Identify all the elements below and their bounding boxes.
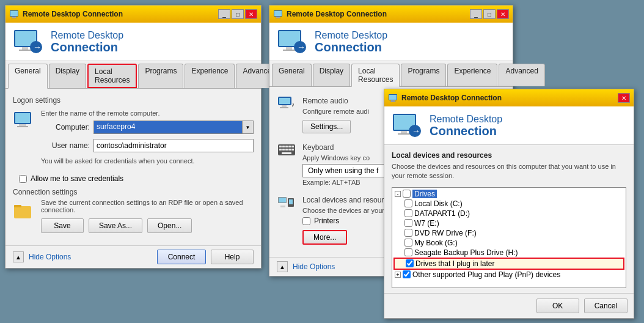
computer-value[interactable]: surfacepro4 bbox=[94, 121, 242, 133]
maximize-btn-2[interactable]: □ bbox=[483, 9, 496, 19]
computer-row: Computer: surfacepro4 ▼ bbox=[41, 121, 254, 134]
tab-programs-2[interactable]: Programs bbox=[401, 64, 446, 86]
svg-rect-11 bbox=[15, 113, 30, 123]
rdp-icon-2 bbox=[273, 9, 283, 19]
tree-item-c[interactable]: Local Disk (C:) bbox=[393, 199, 624, 209]
logo-bottom-2: Connection bbox=[315, 41, 387, 53]
rdp-icon-3 bbox=[388, 93, 398, 103]
f-checkbox[interactable] bbox=[404, 229, 412, 237]
connect-btn-1[interactable]: Connect bbox=[157, 250, 206, 264]
tree-item-g[interactable]: My Book (G:) bbox=[393, 238, 624, 248]
tab-display-2[interactable]: Display bbox=[313, 64, 350, 86]
cancel-btn[interactable]: Cancel bbox=[584, 299, 628, 313]
svg-rect-18 bbox=[276, 17, 280, 18]
logon-desc: Enter the name of the remote computer. bbox=[41, 110, 254, 117]
plug-in-later-label: Drives that I plug in later bbox=[415, 259, 494, 268]
hide-options-link-1[interactable]: Hide Options bbox=[29, 253, 71, 261]
tree-view[interactable]: - Drives Local Disk (C:) DATAPART1 (D:) … bbox=[392, 187, 626, 288]
svg-rect-23 bbox=[283, 50, 295, 51]
drives-checkbox[interactable] bbox=[403, 190, 411, 198]
svg-text:→: → bbox=[297, 42, 306, 52]
username-input[interactable] bbox=[93, 139, 254, 152]
e-label: W7 (E:) bbox=[414, 219, 439, 228]
svg-rect-47 bbox=[280, 206, 285, 207]
tab-programs-1[interactable]: Programs bbox=[138, 64, 183, 88]
logo-icon-2: → bbox=[277, 29, 307, 54]
arrow-btn-2[interactable]: ▲ bbox=[277, 261, 288, 272]
arrow-btn-1[interactable]: ▲ bbox=[13, 251, 24, 262]
tree-item-d[interactable]: DATAPART1 (D:) bbox=[393, 209, 624, 218]
computer-icon-1 bbox=[13, 110, 35, 132]
drives-expand[interactable]: - bbox=[395, 191, 401, 197]
tree-item-e[interactable]: W7 (E:) bbox=[393, 218, 624, 228]
connection-desc: Save the current connection settings to … bbox=[41, 199, 254, 213]
open-btn[interactable]: Open... bbox=[147, 218, 192, 233]
save-credentials-checkbox[interactable] bbox=[19, 175, 27, 183]
e-checkbox[interactable] bbox=[404, 219, 412, 227]
maximize-btn-1[interactable]: □ bbox=[232, 9, 244, 19]
d-label: DATAPART1 (D:) bbox=[414, 209, 470, 218]
monitor-svg-1: → bbox=[13, 29, 43, 54]
svg-rect-12 bbox=[19, 124, 26, 126]
connection-buttons: Save Save As... Open... bbox=[41, 218, 254, 233]
tab-advanced-2[interactable]: Advanced bbox=[499, 64, 544, 86]
tree-item-drives[interactable]: - Drives bbox=[393, 189, 624, 199]
close-btn-1[interactable]: ✕ bbox=[245, 9, 257, 19]
tree-item-pnp[interactable]: + Other supported Plug and Play (PnP) de… bbox=[393, 270, 624, 280]
svg-rect-2 bbox=[12, 17, 16, 18]
printers-checkbox[interactable] bbox=[302, 217, 310, 225]
local-devices-title-3: Local devices and resources bbox=[392, 151, 626, 160]
title-bar-left-1: Remote Desktop Connection bbox=[9, 9, 123, 19]
svg-rect-33 bbox=[282, 146, 285, 147]
tab-local-resources-2[interactable]: Local Resources bbox=[351, 64, 400, 87]
tab-general-1[interactable]: General bbox=[8, 64, 48, 89]
svg-rect-35 bbox=[288, 146, 291, 147]
hide-options-link-2[interactable]: Hide Options bbox=[293, 262, 335, 271]
logo-title-1: Remote Desktop Connection bbox=[51, 30, 123, 53]
dropdown-arrow[interactable]: ▼ bbox=[242, 121, 253, 133]
svg-rect-44 bbox=[279, 198, 286, 202]
tree-item-h[interactable]: Seagate Backup Plus Drive (H:) bbox=[393, 248, 624, 258]
save-btn[interactable]: Save bbox=[41, 218, 84, 233]
settings-btn-2[interactable]: Settings... bbox=[302, 120, 351, 133]
svg-rect-50 bbox=[391, 100, 395, 102]
close-btn-2[interactable]: ✕ bbox=[497, 9, 509, 19]
computer-dropdown[interactable]: surfacepro4 ▼ bbox=[93, 121, 254, 134]
tab-display-1[interactable]: Display bbox=[49, 64, 86, 88]
ok-btn[interactable]: OK bbox=[536, 299, 579, 313]
svg-rect-15 bbox=[14, 205, 21, 207]
title-bar-1: Remote Desktop Connection _ □ ✕ bbox=[5, 6, 261, 23]
close-btn-3[interactable]: ✕ bbox=[618, 93, 630, 103]
help-btn-1[interactable]: Help bbox=[211, 250, 254, 264]
pnp-expand[interactable]: + bbox=[395, 272, 401, 278]
tab-general-2[interactable]: General bbox=[272, 64, 312, 86]
monitor-svg-3: → bbox=[392, 113, 422, 138]
svg-rect-39 bbox=[285, 149, 288, 150]
svg-rect-42 bbox=[282, 152, 291, 154]
d-checkbox[interactable] bbox=[404, 209, 412, 217]
window-1: Remote Desktop Connection _ □ ✕ → Remote… bbox=[5, 5, 262, 269]
tree-item-plug-in-later[interactable]: Drives that I plug in later bbox=[393, 258, 624, 270]
plug-in-later-checkbox[interactable] bbox=[406, 259, 414, 267]
svg-rect-27 bbox=[279, 98, 290, 104]
local-devices-desc-3: Choose the devices and resources on this… bbox=[392, 162, 626, 181]
more-btn[interactable]: More... bbox=[302, 230, 347, 245]
saveas-btn[interactable]: Save As... bbox=[89, 218, 142, 233]
pnp-checkbox[interactable] bbox=[403, 270, 411, 278]
svg-rect-49 bbox=[389, 95, 397, 100]
tab-local-resources-1[interactable]: Local Resources bbox=[87, 64, 137, 88]
svg-rect-32 bbox=[279, 146, 282, 147]
svg-rect-1 bbox=[10, 11, 18, 16]
minimize-btn-1[interactable]: _ bbox=[218, 9, 230, 19]
c-checkbox[interactable] bbox=[404, 199, 412, 207]
g-label: My Book (G:) bbox=[414, 239, 458, 247]
minimize-btn-2[interactable]: _ bbox=[470, 9, 482, 19]
tab-experience-1[interactable]: Experience bbox=[185, 64, 235, 88]
tree-item-f[interactable]: DVD RW Drive (F:) bbox=[393, 228, 624, 238]
svg-rect-51 bbox=[390, 102, 396, 102]
g-checkbox[interactable] bbox=[404, 239, 412, 247]
h-checkbox[interactable] bbox=[404, 248, 412, 256]
tab-experience-2[interactable]: Experience bbox=[447, 64, 497, 86]
save-credentials-label: Allow me to save credentials bbox=[31, 174, 123, 183]
logo-top-3: Remote Desktop bbox=[430, 114, 502, 125]
